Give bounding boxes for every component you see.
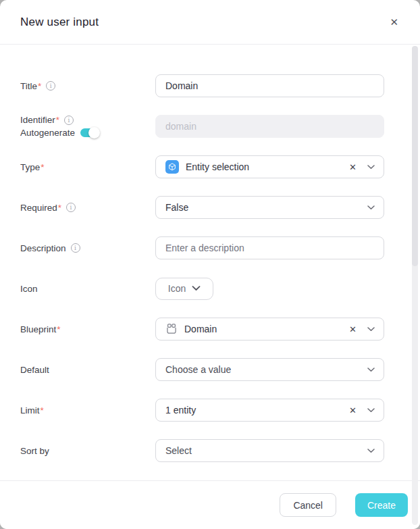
chevron-down-icon[interactable]: [367, 408, 375, 413]
sort-by-select-value: Select: [165, 445, 367, 456]
field-row-required: Required* i False: [20, 196, 420, 219]
field-row-icon: Icon Icon: [20, 277, 420, 300]
type-select-value: Entity selection: [186, 161, 349, 172]
close-icon[interactable]: ✕: [387, 14, 401, 30]
label-text: Sort by: [20, 445, 49, 457]
limit-select-value: 1 entity: [165, 405, 349, 415]
cancel-button[interactable]: Cancel: [280, 493, 336, 517]
label-text: Description: [20, 242, 66, 255]
field-row-limit: Limit* 1 entity ✕: [20, 399, 420, 422]
modal-title: New user input: [20, 16, 99, 29]
clear-icon[interactable]: ✕: [349, 163, 357, 172]
chevron-down-icon[interactable]: [367, 165, 375, 170]
field-label-default: Default: [20, 363, 155, 376]
label-text: Identifier: [20, 114, 55, 126]
blueprint-select-value: Domain: [184, 324, 349, 334]
info-icon[interactable]: i: [64, 116, 74, 125]
field-row-description: Description i: [20, 236, 420, 259]
default-select-value: Choose a value: [165, 364, 367, 375]
icon-button-label: Icon: [168, 283, 186, 294]
field-label-title: Title* i: [20, 80, 155, 93]
limit-select[interactable]: 1 entity ✕: [155, 399, 384, 422]
field-label-limit: Limit*: [20, 404, 155, 417]
create-button[interactable]: Create: [355, 493, 408, 517]
modal-footer: Cancel Create: [0, 480, 420, 529]
label-text: Blueprint: [20, 323, 56, 336]
field-label-type: Type*: [20, 161, 155, 174]
field-label-blueprint: Blueprint*: [20, 323, 155, 336]
info-icon[interactable]: i: [66, 203, 76, 212]
chevron-down-icon[interactable]: [367, 205, 375, 210]
modal-body: Title* i Identifier* i Autogenerate: [0, 45, 420, 462]
description-input[interactable]: [155, 236, 384, 259]
sort-by-select[interactable]: Select: [155, 439, 384, 462]
autogenerate-label: Autogenerate: [20, 126, 75, 139]
field-label-icon: Icon: [20, 282, 155, 295]
label-text: Required: [20, 201, 57, 214]
field-row-identifier: Identifier* i Autogenerate: [20, 115, 420, 138]
clear-icon[interactable]: ✕: [349, 406, 357, 415]
entity-cube-icon: [165, 160, 179, 174]
label-text: Default: [20, 363, 49, 376]
info-icon[interactable]: i: [71, 243, 80, 253]
icon-picker-button[interactable]: Icon: [155, 278, 213, 300]
field-row-default: Default Choose a value: [20, 358, 420, 381]
default-select[interactable]: Choose a value: [155, 358, 384, 381]
required-asterisk: *: [41, 404, 44, 417]
scrollbar-thumb[interactable]: [412, 46, 418, 266]
chevron-down-icon[interactable]: [367, 368, 375, 372]
field-label-sort-by: Sort by: [20, 445, 155, 457]
clear-icon[interactable]: ✕: [349, 325, 357, 334]
modal-header: New user input ✕: [0, 0, 420, 45]
title-input[interactable]: [155, 74, 384, 97]
chevron-down-icon[interactable]: [367, 449, 375, 453]
info-icon[interactable]: i: [46, 81, 55, 91]
field-row-blueprint: Blueprint* Domain ✕: [20, 318, 420, 341]
chevron-down-icon: [192, 286, 201, 291]
blueprint-select[interactable]: Domain ✕: [155, 318, 384, 341]
identifier-input: [155, 115, 384, 138]
autogenerate-toggle[interactable]: [80, 128, 98, 137]
label-text: Limit: [20, 404, 40, 417]
required-asterisk: *: [57, 323, 60, 336]
field-row-type: Type* Entity selection ✕: [20, 155, 420, 178]
field-row-sort-by: Sort by Select: [20, 439, 420, 462]
label-text: Type: [20, 161, 40, 174]
label-text: Title: [20, 80, 37, 93]
type-select[interactable]: Entity selection ✕: [155, 155, 384, 178]
new-user-input-modal: New user input ✕ Title* i Identifier* i …: [0, 0, 420, 529]
field-label-required: Required* i: [20, 201, 155, 214]
scrollbar-track[interactable]: [412, 46, 418, 525]
required-select-value: False: [165, 202, 367, 213]
field-label-identifier: Identifier* i Autogenerate: [20, 114, 155, 139]
required-select[interactable]: False: [155, 196, 384, 219]
required-asterisk: *: [41, 161, 44, 174]
label-text: Icon: [20, 282, 38, 295]
blueprint-icon: [165, 323, 178, 335]
required-asterisk: *: [38, 80, 41, 93]
chevron-down-icon[interactable]: [367, 327, 375, 332]
field-row-title: Title* i: [20, 74, 420, 97]
toggle-knob: [88, 127, 100, 138]
required-asterisk: *: [56, 114, 59, 126]
field-label-description: Description i: [20, 242, 155, 255]
required-asterisk: *: [58, 201, 61, 214]
